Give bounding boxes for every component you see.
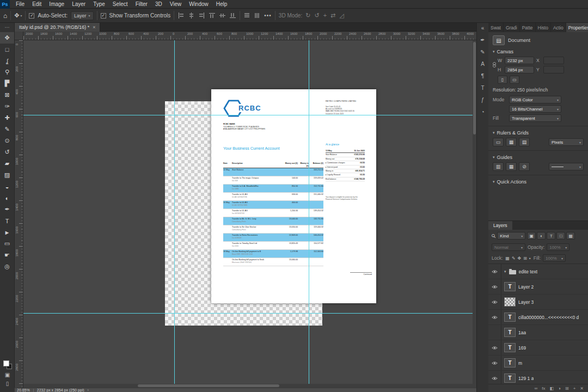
align-top-icon[interactable] [209,12,216,19]
text-layer-thumbnail[interactable]: T [504,282,516,291]
layer-visibility-toggle[interactable] [488,325,501,340]
quick-selection-tool[interactable]: ⚲ [0,66,14,78]
layer-visibility-eye-icon[interactable] [488,356,501,370]
filter-adjustment-layers-icon[interactable]: ◐ [537,232,546,240]
color-mode-dropdown[interactable]: RGB Color▾ [509,96,561,103]
vertical-ruler[interactable]: 0200400600800100012001400160018002000220… [15,40,23,388]
orientation-landscape-button[interactable]: ▭ [510,76,519,84]
width-field[interactable]: 2232 px [505,57,534,64]
rectangular-marquee-tool[interactable]: □ [0,44,14,55]
new-layer-icon[interactable]: + [573,386,576,391]
align-bottom-icon[interactable] [229,12,236,19]
path-selection-tool[interactable]: ► [0,226,14,238]
layer-fill-field[interactable]: 100%▾ [543,254,566,262]
hand-tool[interactable]: ☛ [0,249,14,261]
clear-guides-icon[interactable]: ⊘ [519,162,530,171]
styles-panel-icon[interactable]: ƒ [481,97,485,104]
screen-mode-icon[interactable]: ▯ [6,381,9,387]
history-brush-tool[interactable]: ↺ [0,146,14,158]
text-layer-thumbnail[interactable]: T [504,358,516,367]
layer-effects-icon[interactable]: fx [542,386,545,391]
new-guide-icon[interactable]: ▥ [493,162,504,171]
home-icon[interactable]: ⌂ [3,12,7,20]
active-tool-preset[interactable]: ✥▾ [14,12,22,19]
brush-tool[interactable]: ✎ [0,124,14,135]
scrollbar-vertical[interactable] [473,40,476,388]
guide-layout-icon[interactable]: ▦ [506,162,517,171]
menu-view[interactable]: View [166,0,186,9]
distribute-horizontal-icon[interactable] [254,12,261,19]
rulers-grids-section-header[interactable]: ▾ Rulers & Grids [493,130,584,136]
align-left-icon[interactable] [177,12,185,19]
bit-depth-dropdown[interactable]: 16 Bits/Channel▾ [509,105,561,113]
blend-mode-dropdown[interactable]: Normal▾ [492,243,525,251]
glyphs-panel-icon[interactable]: T [481,85,484,92]
layer-row[interactable]: Tcilla0000000...<<<<<<<<<0 d [488,310,588,325]
link-dimensions-icon[interactable] [493,62,495,68]
panel-tab-actio[interactable]: Actio [551,23,566,32]
layer-row[interactable]: ▾edite text [488,264,588,279]
zoom-level-field[interactable]: 20.65% [17,388,30,392]
3d-slide-icon[interactable]: ⇄ [330,12,335,19]
lock-artboard-icon[interactable]: ⊞ [523,256,528,261]
panel-tab-gradi[interactable]: Gradi [504,23,520,32]
3d-roll-icon[interactable]: ↺ [314,12,319,19]
layer-thumbnail[interactable] [504,297,516,307]
auto-select-target-dropdown[interactable]: Layer▾ [71,11,94,20]
auto-select-checkbox[interactable]: ✓ [29,13,34,19]
show-transform-controls-checkbox[interactable]: ✓ [101,13,106,19]
3d-pan-icon[interactable]: + [323,12,327,19]
toggle-rulers-icon[interactable]: ▭ [493,138,504,146]
history-panel-icon[interactable]: ◔ [481,109,484,116]
guide-style-dropdown[interactable]: ▾ [549,163,584,170]
y-field[interactable] [543,66,564,74]
menu-type[interactable]: Type [89,0,109,9]
paragraph-panel-icon[interactable]: ¶ [481,73,484,80]
opacity-field[interactable]: 100%▾ [547,243,569,251]
panel-tab-histo[interactable]: Histo [536,23,551,32]
layer-filter-kind-dropdown[interactable]: Kind▾ [497,232,525,240]
layer-row[interactable]: T1aa [488,325,588,340]
layer-mask-icon[interactable]: ◧ [550,386,554,391]
menu-file[interactable]: File [12,0,28,9]
layer-visibility-eye-icon[interactable] [488,295,501,309]
crop-tool[interactable]: ▛ [0,78,14,89]
adjustment-layer-icon[interactable]: ◑ [558,386,561,391]
eraser-tool[interactable]: ▰ [0,158,14,169]
text-layer-thumbnail[interactable]: T [504,328,516,337]
brush-settings-icon[interactable]: ✒ [480,37,485,44]
text-layer-thumbnail[interactable]: T [504,373,516,383]
lock-all-icon[interactable]: ▪ [529,256,531,261]
canvas-area[interactable]: RCBC RCBC BANK YUCHENGCO TOWER RCBC PLAZ… [23,40,476,388]
orientation-portrait-button[interactable]: ▯ [498,76,507,84]
character-panel-icon[interactable]: A [481,61,485,68]
dodge-tool[interactable]: ◐ [0,192,14,204]
type-tool[interactable]: T [0,215,14,226]
text-layer-thumbnail[interactable]: T [504,343,516,352]
distribute-vertical-icon[interactable] [243,12,250,19]
lock-position-icon[interactable]: ✥ [517,256,522,261]
layer-row[interactable]: T129 1 a [488,371,588,384]
x-field[interactable] [543,57,564,64]
layer-visibility-eye-icon[interactable] [488,279,501,294]
zoom-tool[interactable]: ◎ [0,261,14,272]
frame-tool[interactable]: ⊠ [0,89,14,101]
lasso-tool[interactable]: ʆ [0,55,14,66]
guide-horizontal[interactable] [23,313,476,314]
guide-horizontal[interactable] [23,115,476,115]
guide-vertical[interactable] [174,40,175,388]
filter-type-layers-icon[interactable]: T [547,232,555,240]
eyedropper-tool[interactable]: ✑ [0,101,14,112]
brushes-panel-icon[interactable]: ✎ [480,49,485,56]
menu-edit[interactable]: Edit [28,0,45,9]
canvas-fill-dropdown[interactable]: Transparent▾ [509,114,561,122]
align-right-icon[interactable] [198,12,205,19]
foreground-color-swatch[interactable] [3,360,9,366]
guides-section-header[interactable]: ▾ Guides [493,155,584,160]
3d-scale-icon[interactable]: ◿ [339,12,344,19]
panel-tab-swat[interactable]: Swat [488,23,504,32]
collapse-panels-icon[interactable]: « [481,25,485,32]
link-layers-icon[interactable]: ∞ [535,386,538,391]
height-field[interactable]: 2854 px [505,66,534,74]
toggle-snap-icon[interactable]: ▤ [519,138,530,146]
